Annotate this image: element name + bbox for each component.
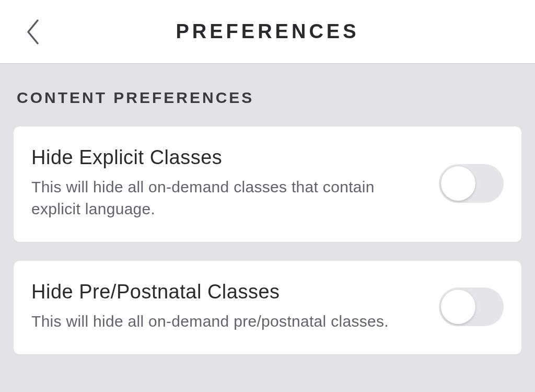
back-button[interactable]: [22, 16, 43, 48]
content-area: CONTENT PREFERENCES Hide Explicit Classe…: [0, 64, 535, 354]
header-bar: PREFERENCES: [0, 0, 535, 64]
toggle-knob: [441, 166, 475, 201]
setting-row-hide-explicit: Hide Explicit Classes This will hide all…: [14, 126, 521, 242]
setting-text: Hide Explicit Classes This will hide all…: [31, 146, 439, 220]
setting-title: Hide Explicit Classes: [31, 146, 423, 169]
setting-row-hide-prenatal: Hide Pre/Postnatal Classes This will hid…: [14, 261, 521, 354]
setting-text: Hide Pre/Postnatal Classes This will hid…: [31, 281, 439, 332]
toggle-knob: [441, 290, 475, 324]
setting-title: Hide Pre/Postnatal Classes: [31, 281, 423, 303]
setting-description: This will hide all on-demand pre/postnat…: [31, 310, 423, 332]
toggle-hide-prenatal[interactable]: [439, 287, 504, 326]
setting-description: This will hide all on-demand classes tha…: [31, 176, 423, 220]
chevron-left-icon: [25, 18, 40, 45]
section-header: CONTENT PREFERENCES: [14, 89, 521, 107]
page-title: PREFERENCES: [0, 20, 535, 43]
toggle-hide-explicit[interactable]: [439, 164, 504, 203]
